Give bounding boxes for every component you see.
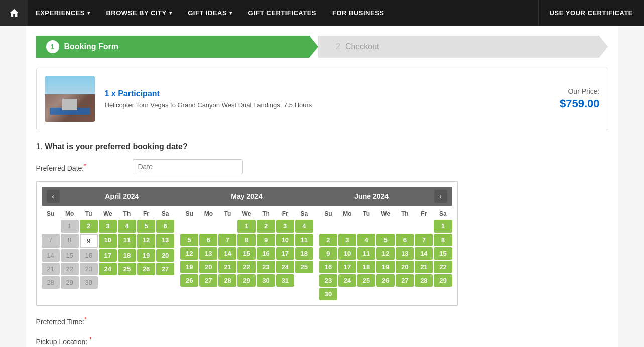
- calendar-day[interactable]: 23: [319, 274, 337, 287]
- calendar-day[interactable]: 28: [218, 274, 236, 287]
- calendar-day[interactable]: 22: [61, 263, 79, 275]
- calendar-day[interactable]: 25: [295, 261, 313, 273]
- calendar-day[interactable]: 28: [42, 276, 60, 289]
- calendar-day[interactable]: 25: [357, 274, 375, 287]
- calendar-day[interactable]: 6: [396, 234, 414, 246]
- calendar-day[interactable]: 15: [61, 249, 79, 262]
- calendar-day[interactable]: 29: [61, 276, 79, 289]
- calendar-day[interactable]: 4: [118, 220, 136, 233]
- calendar-prev-button[interactable]: ‹: [47, 190, 60, 203]
- calendar-day[interactable]: 6: [156, 220, 174, 233]
- calendar-day[interactable]: 1: [434, 220, 452, 233]
- calendar-day[interactable]: 14: [415, 247, 433, 260]
- calendar-day[interactable]: 4: [357, 234, 375, 246]
- calendar-day[interactable]: 10: [338, 247, 356, 260]
- calendar-day[interactable]: 21: [415, 261, 433, 273]
- calendar-day[interactable]: 3: [276, 220, 294, 233]
- calendar-next-button[interactable]: ›: [434, 190, 447, 203]
- calendar-day[interactable]: 17: [338, 261, 356, 273]
- nav-browse-by-city[interactable]: BROWSE BY CITY ▾: [98, 0, 180, 26]
- calendar-day[interactable]: 26: [137, 263, 155, 275]
- calendar-day[interactable]: 27: [396, 274, 414, 287]
- preferred-date-input[interactable]: [133, 159, 243, 174]
- calendar-day[interactable]: 11: [295, 234, 313, 246]
- calendar-day[interactable]: 27: [199, 274, 217, 287]
- calendar-day[interactable]: 16: [257, 247, 275, 260]
- calendar-day[interactable]: 1: [237, 220, 255, 233]
- calendar-day[interactable]: 17: [276, 247, 294, 260]
- nav-for-business[interactable]: FOR BUSINESS: [324, 0, 393, 26]
- nav-gift-certificates[interactable]: GIFT CERTIFICATES: [240, 0, 324, 26]
- calendar-day[interactable]: 8: [237, 234, 255, 246]
- calendar-day[interactable]: 14: [218, 247, 236, 260]
- use-certificate-button[interactable]: USE YOUR CERTIFICATE: [538, 0, 644, 26]
- calendar-day[interactable]: 20: [396, 261, 414, 273]
- calendar-day[interactable]: 19: [137, 249, 155, 262]
- nav-gift-ideas[interactable]: GIFT IDEAS ▾: [180, 0, 240, 26]
- calendar-day[interactable]: 11: [118, 234, 136, 248]
- calendar-day[interactable]: 20: [199, 261, 217, 273]
- calendar-day[interactable]: 23: [80, 263, 98, 275]
- calendar-day[interactable]: 10: [99, 234, 117, 248]
- calendar-day[interactable]: 14: [42, 249, 60, 262]
- calendar-day[interactable]: 11: [357, 247, 375, 260]
- calendar-day[interactable]: 9: [319, 247, 337, 260]
- calendar-day[interactable]: 26: [180, 274, 198, 287]
- calendar-day[interactable]: 17: [99, 249, 117, 262]
- calendar-day[interactable]: 18: [118, 249, 136, 262]
- calendar-day[interactable]: 2: [80, 220, 98, 233]
- calendar-day[interactable]: 2: [257, 220, 275, 233]
- calendar-day[interactable]: 28: [415, 274, 433, 287]
- calendar-day[interactable]: 13: [199, 247, 217, 260]
- calendar-day[interactable]: 24: [99, 263, 117, 275]
- calendar-day[interactable]: 9: [257, 234, 275, 246]
- calendar-day[interactable]: 10: [276, 234, 294, 246]
- home-button[interactable]: [0, 0, 28, 26]
- calendar-day[interactable]: 15: [434, 247, 452, 260]
- calendar-day[interactable]: 7: [218, 234, 236, 246]
- calendar-day[interactable]: 21: [218, 261, 236, 273]
- calendar-day[interactable]: 2: [319, 234, 337, 246]
- calendar-day[interactable]: 13: [396, 247, 414, 260]
- calendar-day[interactable]: 8: [434, 234, 452, 246]
- calendar-day[interactable]: 30: [257, 274, 275, 287]
- calendar-day[interactable]: 9: [80, 234, 98, 248]
- calendar-day[interactable]: 12: [180, 247, 198, 260]
- calendar-day[interactable]: 18: [357, 261, 375, 273]
- calendar-day[interactable]: 22: [434, 261, 452, 273]
- calendar-day[interactable]: 21: [42, 263, 60, 275]
- calendar-day[interactable]: 12: [137, 234, 155, 248]
- calendar-day[interactable]: 4: [295, 220, 313, 233]
- calendar-day[interactable]: 1: [61, 220, 79, 233]
- calendar-day[interactable]: 30: [80, 276, 98, 289]
- calendar-day[interactable]: 29: [434, 274, 452, 287]
- calendar-day[interactable]: 13: [156, 234, 174, 248]
- nav-experiences[interactable]: EXPERIENCES ▾: [28, 0, 98, 26]
- calendar-day[interactable]: 23: [257, 261, 275, 273]
- calendar-day[interactable]: 15: [237, 247, 255, 260]
- calendar-day[interactable]: 27: [156, 263, 174, 275]
- calendar-day[interactable]: 3: [338, 234, 356, 246]
- calendar-day[interactable]: 3: [99, 220, 117, 233]
- calendar-day[interactable]: 5: [376, 234, 395, 246]
- calendar-day[interactable]: 8: [61, 234, 79, 248]
- calendar-day[interactable]: 16: [319, 261, 337, 273]
- calendar-day[interactable]: 7: [42, 234, 60, 248]
- calendar-day[interactable]: 19: [376, 261, 395, 273]
- calendar-day[interactable]: 6: [199, 234, 217, 246]
- calendar-day[interactable]: 29: [237, 274, 255, 287]
- calendar-day[interactable]: 12: [376, 247, 395, 260]
- calendar-day[interactable]: 18: [295, 247, 313, 260]
- calendar-day[interactable]: 19: [180, 261, 198, 273]
- calendar-day[interactable]: 5: [137, 220, 155, 233]
- calendar-day[interactable]: 24: [276, 261, 294, 273]
- calendar-day[interactable]: 22: [237, 261, 255, 273]
- calendar-day[interactable]: 16: [80, 249, 98, 262]
- calendar-day[interactable]: 7: [415, 234, 433, 246]
- calendar-day[interactable]: 31: [276, 274, 294, 287]
- calendar-day[interactable]: 24: [338, 274, 356, 287]
- calendar-day[interactable]: 5: [180, 234, 198, 246]
- calendar-day[interactable]: 20: [156, 249, 174, 262]
- calendar-day[interactable]: 25: [118, 263, 136, 275]
- calendar-day[interactable]: 26: [376, 274, 395, 287]
